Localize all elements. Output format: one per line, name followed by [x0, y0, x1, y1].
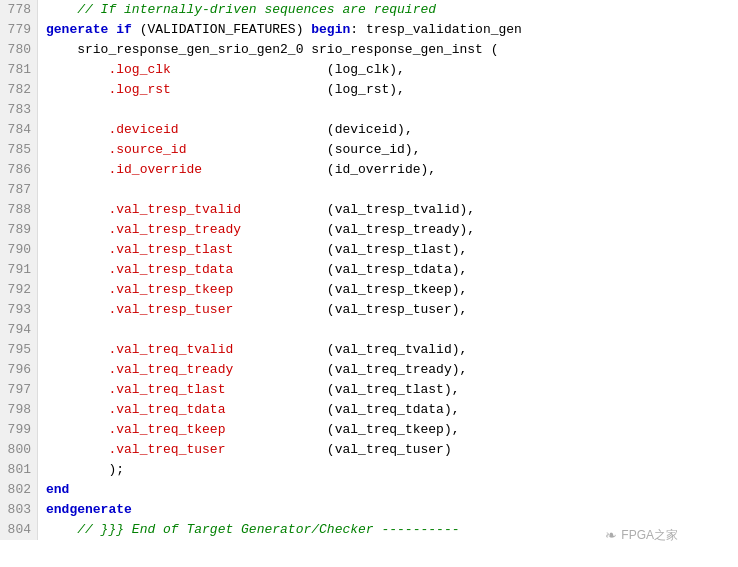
line-row: 783	[0, 100, 738, 120]
code-span: .source_id	[108, 142, 186, 157]
line-number: 790	[0, 240, 38, 260]
line-content	[38, 320, 738, 340]
code-span: .id_override	[108, 162, 202, 177]
code-span: (val_treq_tkeep),	[225, 422, 459, 437]
line-number: 789	[0, 220, 38, 240]
code-span: (val_tresp_tkeep),	[233, 282, 467, 297]
code-span: .log_rst	[108, 82, 170, 97]
code-span: .val_treq_tlast	[108, 382, 225, 397]
code-span	[46, 62, 108, 77]
code-span: (val_treq_tlast),	[225, 382, 459, 397]
line-content: .log_rst (log_rst),	[38, 80, 738, 100]
line-number: 782	[0, 80, 38, 100]
line-row: 788 .val_tresp_tvalid (val_tresp_tvalid)…	[0, 200, 738, 220]
code-span	[46, 402, 108, 417]
watermark: ❧ FPGA之家	[605, 525, 678, 545]
code-span	[46, 162, 108, 177]
line-number: 799	[0, 420, 38, 440]
line-number: 797	[0, 380, 38, 400]
line-content: .val_treq_tlast (val_treq_tlast),	[38, 380, 738, 400]
line-content: .val_tresp_tlast (val_tresp_tlast),	[38, 240, 738, 260]
line-number: 804	[0, 520, 38, 540]
line-content: .val_tresp_tready (val_tresp_tready),	[38, 220, 738, 240]
line-content: .val_treq_tdata (val_treq_tdata),	[38, 400, 738, 420]
code-span: (val_treq_tdata),	[225, 402, 459, 417]
code-span	[46, 2, 77, 17]
line-content: .source_id (source_id),	[38, 140, 738, 160]
line-row: 798 .val_treq_tdata (val_treq_tdata),	[0, 400, 738, 420]
line-number: 793	[0, 300, 38, 320]
line-number: 778	[0, 0, 38, 20]
line-row: 780 srio_response_gen_srio_gen2_0 srio_r…	[0, 40, 738, 60]
line-number: 794	[0, 320, 38, 340]
line-row: 795 .val_treq_tvalid (val_treq_tvalid),	[0, 340, 738, 360]
code-span: (log_rst),	[171, 82, 405, 97]
code-span: .val_treq_tdata	[108, 402, 225, 417]
code-span: generate	[46, 22, 116, 37]
code-span: (val_treq_tvalid),	[233, 342, 467, 357]
line-row: 781 .log_clk (log_clk),	[0, 60, 738, 80]
code-span: (deviceid),	[179, 122, 413, 137]
code-span: .val_tresp_tdata	[108, 262, 233, 277]
code-span	[46, 282, 108, 297]
line-number: 803	[0, 500, 38, 520]
line-row: 784 .deviceid (deviceid),	[0, 120, 738, 140]
line-content: .val_treq_tkeep (val_treq_tkeep),	[38, 420, 738, 440]
code-span: .val_treq_tvalid	[108, 342, 233, 357]
line-number: 800	[0, 440, 38, 460]
line-number: 783	[0, 100, 38, 120]
line-row: 792 .val_tresp_tkeep (val_tresp_tkeep),	[0, 280, 738, 300]
line-number: 781	[0, 60, 38, 80]
line-number: 801	[0, 460, 38, 480]
line-row: 778 // If internally-driven sequences ar…	[0, 0, 738, 20]
line-content: end	[38, 480, 738, 500]
code-span: .val_treq_tkeep	[108, 422, 225, 437]
code-span: .log_clk	[108, 62, 170, 77]
code-span: (log_clk),	[171, 62, 405, 77]
code-span: .val_tresp_tlast	[108, 242, 233, 257]
line-number: 791	[0, 260, 38, 280]
line-number: 785	[0, 140, 38, 160]
line-row: 799 .val_treq_tkeep (val_treq_tkeep),	[0, 420, 738, 440]
code-span: (val_treq_tready),	[233, 362, 467, 377]
code-span: .val_treq_tready	[108, 362, 233, 377]
line-row: 800 .val_treq_tuser (val_treq_tuser)	[0, 440, 738, 460]
line-number: 784	[0, 120, 38, 140]
code-span: (source_id),	[186, 142, 420, 157]
code-span	[46, 202, 108, 217]
code-span: (id_override),	[202, 162, 436, 177]
code-span	[46, 362, 108, 377]
code-span: (val_tresp_tready),	[241, 222, 475, 237]
line-number: 802	[0, 480, 38, 500]
code-span: if	[116, 22, 132, 37]
line-content: .val_treq_tuser (val_treq_tuser)	[38, 440, 738, 460]
line-content	[38, 180, 738, 200]
line-row: 785 .source_id (source_id),	[0, 140, 738, 160]
line-content: endgenerate	[38, 500, 738, 520]
code-span: .val_tresp_tkeep	[108, 282, 233, 297]
line-row: 803endgenerate	[0, 500, 738, 520]
code-span	[46, 122, 108, 137]
code-span: srio_response_gen_srio_gen2_0 srio_respo…	[46, 42, 498, 57]
code-span	[46, 242, 108, 257]
line-content: .val_treq_tready (val_treq_tready),	[38, 360, 738, 380]
line-content	[38, 100, 738, 120]
code-span	[46, 382, 108, 397]
line-content: generate if (VALIDATION_FEATURES) begin:…	[38, 20, 738, 40]
line-number: 788	[0, 200, 38, 220]
line-row: 793 .val_tresp_tuser (val_tresp_tuser),	[0, 300, 738, 320]
line-row: 787	[0, 180, 738, 200]
code-span: // If internally-driven sequences are re…	[77, 2, 436, 17]
line-number: 780	[0, 40, 38, 60]
code-span: (val_tresp_tvalid),	[241, 202, 475, 217]
line-content: .val_tresp_tvalid (val_tresp_tvalid),	[38, 200, 738, 220]
code-span: // }}} End of Target Generator/Checker -…	[77, 522, 459, 537]
code-span: );	[46, 462, 124, 477]
watermark-text: FPGA之家	[621, 525, 678, 545]
code-span: .val_treq_tuser	[108, 442, 225, 457]
line-row: 802end	[0, 480, 738, 500]
line-content: .log_clk (log_clk),	[38, 60, 738, 80]
code-span	[46, 342, 108, 357]
code-span: (val_treq_tuser)	[225, 442, 451, 457]
code-span: (val_tresp_tuser),	[233, 302, 467, 317]
